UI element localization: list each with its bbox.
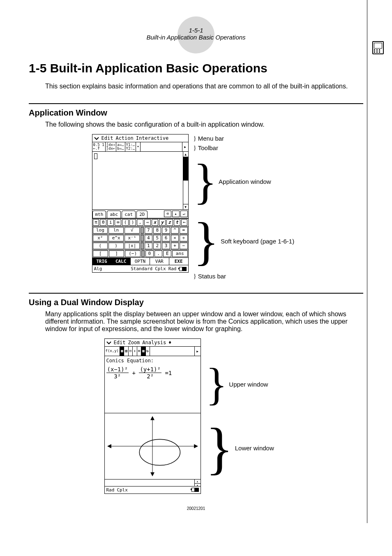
kbd-key: 7 (145, 227, 152, 234)
calculator-screenshot: Edit Action Interactive 0.5 1←.ḟ ∫dx→∫dx… (92, 134, 189, 273)
calc-status-bar: Alg Standard Cplx Rad (92, 265, 189, 273)
kbd-drag-handle (141, 227, 144, 234)
kbd-key: [ (93, 250, 108, 257)
brace-icon: } (206, 428, 233, 468)
subsection2-heading: Using a Dual Window Display (29, 298, 363, 307)
annot-appwin: Application window (219, 178, 271, 185)
menu-analysis: Analysis (142, 340, 166, 345)
kbd-drag-handle (141, 235, 144, 241)
section-intro: This section explains basic information … (45, 82, 363, 91)
status-cplx: Cplx (117, 487, 128, 493)
conics-toolbar: f(x,y) ▦ ▧ ⊡ ↕ ⊞ ▦ ↻ ▸ (104, 347, 201, 356)
annot-toolbar: Toolbar (198, 144, 218, 151)
kbd-key: , (137, 219, 143, 226)
kbd-key: ) (108, 243, 124, 249)
toolbar-btn: ▧ (124, 347, 128, 356)
toolbar-btn: ▦ (120, 347, 124, 356)
calc-toolbar: 0.5 1←.ḟ ∫dx→∫dx← a=…b=… Y1:…Y2:… ▾ ▸ (92, 142, 189, 152)
toolbar-btn: ▦ (141, 347, 145, 356)
subsection1-intro: The following shows the basic configurat… (45, 121, 363, 128)
svg-marker-2 (150, 416, 154, 420)
kbd-tab-2d: 2D (136, 211, 148, 218)
kbd-key: 9 (162, 227, 170, 234)
svg-marker-4 (107, 444, 111, 448)
kbd-key: e^x (108, 235, 124, 241)
kbd-key: ∞ (115, 219, 121, 226)
toolbar-btn: a=…b=… (116, 142, 125, 151)
kbd-key: ^ (171, 227, 179, 234)
menu-interactive: Interactive (136, 135, 168, 141)
kbd-key: 6 (162, 235, 170, 241)
annot-upper: Upper window (229, 381, 268, 388)
kbd-bottom-key: CALC (111, 258, 131, 265)
kbd-tab-abc: abc (107, 211, 121, 218)
kbd-key: √ (125, 227, 140, 234)
brace-icon: } (194, 144, 196, 151)
kbd-tab-mth: mth (92, 211, 106, 218)
kbd-key: θ (100, 219, 106, 226)
kbd-key: 5 (153, 235, 161, 241)
kbd-bottom-key: EXE (169, 258, 188, 265)
menu-edit: Edit (114, 340, 126, 345)
kbd-key: x (152, 219, 158, 226)
subsection2-intro: Many applications split the display betw… (45, 310, 363, 333)
annot-softkbd: Soft keyboard (page 1-6-1) (221, 238, 294, 245)
conics-screenshot: Edit Zoom Analysis ♦ f(x,y) ▦ ▧ ⊡ ↕ ⊞ ▦ … (104, 338, 201, 494)
kbd-del-icon: ⌫ (164, 211, 171, 217)
kbd-key: |x| (125, 243, 140, 249)
kbd-key: 8 (153, 227, 161, 234)
toolbar-btn: ⊡ (129, 347, 133, 356)
app-menu-icon (94, 136, 99, 140)
kbd-key: + (171, 243, 179, 249)
toolbar-btn: Y1:…Y2:… (125, 142, 136, 151)
kbd-up-icon: ▴ (172, 211, 180, 217)
kbd-key: − (180, 243, 187, 249)
header-page-title: Built-in Application Basic Operations (29, 34, 363, 41)
svg-marker-5 (194, 444, 198, 448)
equation-frac2: (y+1)² 2² (139, 366, 161, 380)
kbd-key: . (154, 250, 163, 257)
kbd-drag-handle (141, 243, 144, 249)
kbd-drag-handle (141, 250, 145, 257)
status-alg: Alg (94, 266, 102, 271)
toolbar-dropdown-icon: ▾ (136, 142, 140, 151)
kbd-tab-cat: cat (122, 211, 136, 218)
status-rad: Rad (168, 266, 177, 271)
status-standard: Standard (131, 266, 152, 271)
kbd-key: i (107, 219, 114, 226)
conics-input-bar: ▴ ▾ (104, 480, 201, 486)
battery-icon (179, 267, 187, 271)
kbd-key: 4 (145, 235, 152, 241)
kbd-key: E (163, 250, 171, 257)
soft-keyboard: mth abc cat 2D ⌫ ▴ ↵ πθi∞(),⇒xyzt← logln… (92, 210, 189, 265)
header-page-number: 1-5-1 (29, 27, 363, 34)
rule (29, 103, 363, 104)
brace-icon: } (194, 273, 196, 280)
kbd-key: 1 (145, 243, 152, 249)
menu-action: Action (115, 135, 133, 141)
scroll-up-icon: ▴ (183, 152, 188, 157)
calculator-tab-icon (372, 41, 384, 54)
brace-icon: } (194, 164, 217, 199)
kbd-key: y (159, 219, 166, 226)
annot-menubar: Menu bar (198, 135, 224, 142)
conics-label: Conics Equation: (106, 358, 199, 364)
toolbar-btn: ⊞ (137, 347, 141, 356)
toolbar-btn: 0.5 1←.ḟ (92, 142, 106, 151)
kbd-key: log (93, 227, 108, 234)
rule (29, 293, 363, 294)
svg-point-6 (139, 439, 180, 465)
kbd-key: ln (108, 227, 124, 234)
kbd-key: x⁻¹ (125, 235, 140, 241)
kbd-key: 2 (153, 243, 161, 249)
section-heading: 1-5 Built-in Application Basic Operation… (29, 61, 363, 75)
app-menu-icon (106, 341, 111, 345)
kbd-key: ans (172, 250, 187, 257)
toolbar-btn: ∫dx→∫dx← (106, 142, 117, 151)
annot-statusbar: Status bar (198, 273, 226, 280)
kbd-key: ÷ (180, 235, 187, 241)
toolbar-expand-icon: ▸ (182, 142, 188, 151)
brace-icon: } (194, 135, 196, 142)
conics-status-bar: Rad Cplx (104, 486, 201, 494)
toolbar-expand-icon: ▸ (194, 347, 201, 356)
